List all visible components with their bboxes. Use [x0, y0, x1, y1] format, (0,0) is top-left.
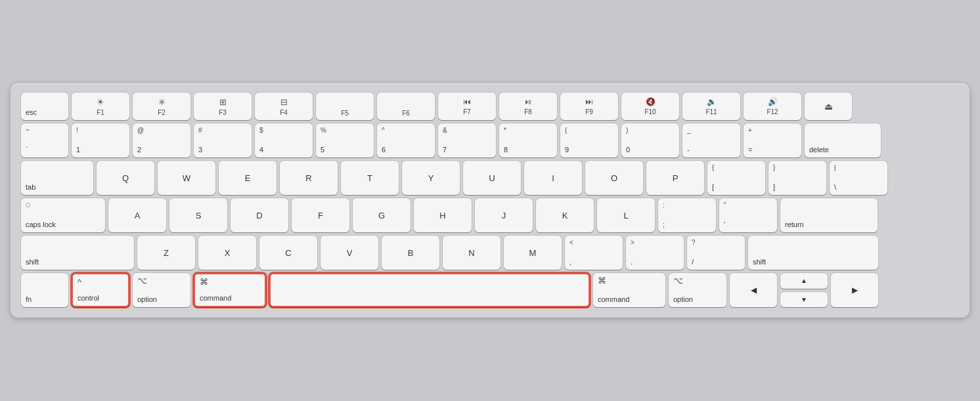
key-8[interactable]: * 8	[499, 123, 557, 158]
key-delete[interactable]: delete	[805, 123, 881, 158]
key-shift-right[interactable]: shift	[748, 236, 878, 270]
key-3[interactable]: # 3	[194, 123, 252, 158]
key-bottom-label: 6	[382, 146, 386, 154]
key-q[interactable]: Q	[97, 161, 154, 195]
key-fn[interactable]: fn	[21, 273, 68, 307]
key-slash[interactable]: ? /	[687, 236, 745, 270]
key-semicolon[interactable]: : ;	[658, 198, 716, 232]
key-o[interactable]: O	[585, 161, 643, 195]
key-n[interactable]: N	[443, 236, 501, 270]
key-f1[interactable]: ☀ F1	[72, 93, 129, 120]
key-top-label: ^	[382, 127, 385, 134]
key-f9[interactable]: ⏭ F9	[560, 93, 618, 120]
key-label: F5	[341, 110, 349, 117]
key-v[interactable]: V	[321, 236, 378, 270]
key-s[interactable]: S	[169, 198, 227, 232]
keyboard: esc ☀ F1 ✳ F2 ⊞ F3 ⊟ F4 F5 F6 ⏮ F7 ⏯	[11, 83, 969, 318]
key-option-right[interactable]: ⌥ option	[669, 273, 726, 307]
key-bottom-label: command	[598, 295, 629, 304]
key-backtick[interactable]: ~ `	[21, 123, 68, 158]
key-bottom-label: ;	[663, 221, 665, 229]
key-esc[interactable]: esc	[21, 93, 68, 120]
key-c[interactable]: C	[259, 236, 317, 270]
key-f12[interactable]: 🔊 F12	[744, 93, 801, 120]
key-l[interactable]: L	[597, 198, 655, 232]
key-backslash[interactable]: | \	[830, 161, 887, 195]
key-top-label: |	[834, 164, 836, 171]
key-arrow-right[interactable]: ▶	[831, 273, 878, 307]
key-f10[interactable]: 🔇 F10	[621, 93, 679, 120]
key-6[interactable]: ^ 6	[377, 123, 435, 158]
key-icon: ⏯	[524, 97, 532, 106]
key-y[interactable]: Y	[402, 161, 460, 195]
key-f6[interactable]: F6	[377, 93, 435, 120]
key-arrow-left[interactable]: ◀	[730, 273, 777, 307]
key-d[interactable]: D	[231, 198, 288, 232]
key-label: S	[196, 211, 202, 221]
key-bracket-close[interactable]: } ]	[768, 161, 826, 195]
key-shift-left[interactable]: shift	[21, 236, 134, 270]
key-option-left[interactable]: ⌥ option	[133, 273, 190, 307]
key-label: esc	[26, 108, 37, 117]
key-arrow-up[interactable]: ▲	[780, 273, 828, 289]
key-g[interactable]: G	[353, 198, 411, 232]
key-bottom-label: `	[26, 146, 28, 154]
key-eject[interactable]: ⏏	[805, 93, 852, 120]
key-label: F9	[585, 108, 593, 116]
key-label: G	[378, 211, 385, 221]
key-command-right[interactable]: ⌘ command	[593, 273, 665, 307]
key-bottom-label: /	[692, 258, 694, 266]
key-t[interactable]: T	[341, 161, 399, 195]
key-comma[interactable]: < ,	[565, 236, 623, 270]
key-minus[interactable]: _ -	[682, 123, 740, 158]
key-f11[interactable]: 🔉 F11	[682, 93, 740, 120]
key-caps-lock[interactable]: caps lock	[21, 198, 105, 232]
key-b[interactable]: B	[382, 236, 439, 270]
key-a[interactable]: A	[108, 198, 166, 232]
key-label: H	[439, 211, 445, 221]
key-command-left[interactable]: ⌘ command	[194, 273, 266, 307]
key-w[interactable]: W	[158, 161, 215, 195]
key-f4[interactable]: ⊟ F4	[255, 93, 313, 120]
key-arrow-down[interactable]: ▼	[780, 292, 828, 308]
key-f[interactable]: F	[292, 198, 349, 232]
key-9[interactable]: ( 9	[560, 123, 618, 158]
key-tab[interactable]: tab	[21, 161, 93, 195]
key-5[interactable]: % 5	[316, 123, 374, 158]
key-k[interactable]: K	[536, 198, 594, 232]
key-f5[interactable]: F5	[316, 93, 374, 120]
key-p[interactable]: P	[646, 161, 704, 195]
key-bracket-open[interactable]: { [	[707, 161, 765, 195]
key-4[interactable]: $ 4	[255, 123, 313, 158]
key-m[interactable]: M	[504, 236, 562, 270]
key-bottom-label: 0	[626, 146, 630, 154]
key-z[interactable]: Z	[137, 236, 195, 270]
key-f8[interactable]: ⏯ F8	[499, 93, 557, 120]
key-label: F3	[219, 109, 227, 116]
key-7[interactable]: & 7	[438, 123, 496, 158]
bottom-row: fn ^ control ⌥ option ⌘ command ⌘ comman…	[21, 273, 959, 307]
key-period[interactable]: > .	[626, 236, 684, 270]
key-equals[interactable]: + =	[744, 123, 801, 158]
key-control[interactable]: ^ control	[72, 273, 129, 307]
key-bottom-label: ,	[569, 258, 571, 266]
key-quote[interactable]: " '	[719, 198, 777, 232]
key-label: J	[502, 211, 506, 221]
key-return[interactable]: return	[780, 198, 878, 232]
key-space[interactable]	[269, 273, 590, 307]
key-h[interactable]: H	[414, 198, 472, 232]
key-f3[interactable]: ⊞ F3	[194, 93, 252, 120]
key-r[interactable]: R	[280, 161, 338, 195]
key-top-label: {	[712, 164, 714, 171]
key-0[interactable]: ) 0	[621, 123, 679, 158]
key-u[interactable]: U	[463, 161, 521, 195]
key-e[interactable]: E	[219, 161, 277, 195]
key-i[interactable]: I	[524, 161, 582, 195]
key-1[interactable]: ! 1	[72, 123, 129, 158]
key-label: F12	[767, 108, 778, 116]
key-f2[interactable]: ✳ F2	[133, 93, 190, 120]
key-j[interactable]: J	[475, 198, 533, 232]
key-f7[interactable]: ⏮ F7	[438, 93, 496, 120]
key-2[interactable]: @ 2	[133, 123, 190, 158]
key-x[interactable]: X	[198, 236, 256, 270]
